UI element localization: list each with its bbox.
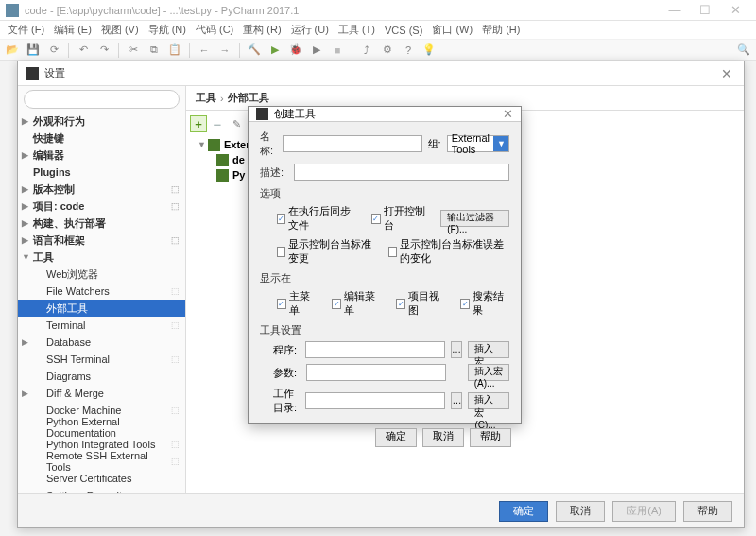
macro-m-button[interactable]: 插入宏(M)...: [468, 341, 509, 358]
menu-item[interactable]: 重构 (R): [239, 23, 284, 37]
settings-search-input[interactable]: [24, 90, 180, 109]
tree-item[interactable]: ▶外观和行为: [18, 112, 185, 130]
create-tool-close-icon[interactable]: ✕: [503, 107, 513, 121]
apply-button[interactable]: 应用(A): [612, 501, 676, 522]
coverage-icon[interactable]: ▶: [308, 42, 325, 59]
workdir-input[interactable]: [305, 392, 445, 409]
open-icon[interactable]: 📂: [4, 42, 21, 59]
desc-input[interactable]: [294, 164, 509, 181]
browse-program-button[interactable]: …: [451, 341, 462, 358]
tree-item[interactable]: Plugins: [18, 164, 185, 181]
chevron-icon: ▶: [22, 337, 28, 347]
tree-item[interactable]: File Watchers⬚: [18, 283, 185, 300]
tree-item[interactable]: Server Certificates: [18, 470, 185, 487]
paste-icon[interactable]: 📋: [166, 42, 183, 59]
tree-item-label: Terminal: [46, 320, 86, 331]
macro-a-button[interactable]: 插入宏(A)...: [468, 364, 509, 381]
tree-item[interactable]: ▶版本控制⬚: [18, 181, 185, 198]
settings-titlebar: 设置 ✕: [18, 61, 744, 86]
tree-item[interactable]: 外部工具: [18, 300, 185, 317]
close-button[interactable]: ✕: [720, 3, 750, 17]
vcs-icon[interactable]: ⤴: [358, 42, 375, 59]
browse-workdir-button[interactable]: …: [451, 392, 462, 409]
stdin-checkbox[interactable]: 显示控制台当标准变更: [277, 237, 373, 266]
redo-icon[interactable]: ↷: [95, 42, 112, 59]
params-input[interactable]: [306, 364, 446, 381]
tree-item[interactable]: Python External Documentation: [18, 419, 185, 436]
tree-item[interactable]: ▶编辑器: [18, 147, 185, 164]
tips-icon[interactable]: 💡: [421, 42, 438, 59]
help-button[interactable]: 帮助: [683, 501, 732, 522]
refresh-icon[interactable]: ⟳: [45, 42, 62, 59]
tree-item[interactable]: ▼工具: [18, 249, 185, 266]
mainmenu-checkbox[interactable]: 主菜单: [277, 289, 317, 318]
ok-button[interactable]: 确定: [499, 501, 548, 522]
tool-help-button[interactable]: 帮助: [470, 428, 511, 447]
program-input[interactable]: [305, 341, 445, 358]
group-combo[interactable]: External Tools ▼: [447, 135, 509, 152]
back-icon[interactable]: ←: [196, 42, 213, 59]
sync-checkbox[interactable]: 在执行后同步文件: [277, 204, 356, 233]
menu-item[interactable]: 帮助 (H): [478, 23, 524, 37]
menu-item[interactable]: 工具 (T): [335, 23, 379, 37]
project-badge-icon: ⬚: [171, 201, 180, 211]
projview-checkbox[interactable]: 项目视图: [396, 289, 445, 318]
settings-close-icon[interactable]: ✕: [717, 66, 736, 81]
tree-item[interactable]: Remote SSH External Tools⬚: [18, 453, 185, 470]
settings-tree[interactable]: ▶外观和行为快捷键▶编辑器Plugins▶版本控制⬚▶项目: code⬚▶构建、…: [18, 112, 185, 493]
tree-item[interactable]: SSH Terminal⬚: [18, 351, 185, 368]
tree-item[interactable]: ▶构建、执行部署: [18, 215, 185, 232]
editmenu-checkbox[interactable]: 编辑菜单: [332, 289, 381, 318]
tree-item[interactable]: ▶Diff & Merge: [18, 385, 185, 402]
stop-icon[interactable]: ■: [329, 42, 346, 59]
menu-item[interactable]: 运行 (U): [287, 23, 333, 37]
tree-item[interactable]: Web浏览器: [18, 266, 185, 283]
tree-item-label: Web浏览器: [46, 268, 98, 282]
main-toolbar: 📂 💾 ⟳ ↶ ↷ ✂ ⧉ 📋 ← → 🔨 ▶ 🐞 ▶ ■ ⤴ ⚙ ? 💡 🔍: [0, 40, 756, 61]
menu-item[interactable]: 导航 (N): [145, 23, 190, 37]
debug-icon[interactable]: 🐞: [287, 42, 304, 59]
tool-cancel-button[interactable]: 取消: [422, 428, 464, 447]
copy-icon[interactable]: ⧉: [146, 42, 163, 59]
chevron-down-icon: ▼: [493, 136, 508, 151]
menu-item[interactable]: 文件 (F): [4, 23, 48, 37]
forward-icon[interactable]: →: [216, 42, 233, 59]
search-checkbox[interactable]: 搜索结果: [460, 289, 509, 318]
tree-item[interactable]: 快捷键: [18, 130, 185, 147]
tree-item-label: 外观和行为: [33, 114, 85, 129]
menu-item[interactable]: 代码 (C): [192, 23, 237, 37]
cut-icon[interactable]: ✂: [125, 42, 142, 59]
output-filter-button[interactable]: 输出过滤器(F)...: [440, 210, 509, 227]
edit-tool-button[interactable]: ✎: [228, 115, 245, 132]
search-icon[interactable]: 🔍: [735, 42, 752, 59]
help-icon[interactable]: ?: [400, 42, 417, 59]
tree-item[interactable]: ▶项目: code⬚: [18, 198, 185, 215]
menu-item[interactable]: VCS (S): [381, 25, 426, 36]
tree-item-label: 项目: code: [33, 199, 84, 214]
console-checkbox[interactable]: 打开控制台: [371, 204, 425, 233]
tree-item[interactable]: Settings Repository: [18, 487, 185, 493]
undo-icon[interactable]: ↶: [75, 42, 92, 59]
tree-item[interactable]: Terminal⬚: [18, 317, 185, 334]
menu-item[interactable]: 编辑 (E): [50, 23, 95, 37]
build-icon[interactable]: 🔨: [246, 42, 263, 59]
tool-ok-button[interactable]: 确定: [375, 428, 417, 447]
tree-item[interactable]: Diagrams: [18, 368, 185, 385]
menu-item[interactable]: 窗口 (W): [428, 23, 476, 37]
add-tool-button[interactable]: +: [190, 115, 207, 132]
project-badge-icon: ⬚: [171, 406, 180, 415]
stderr-checkbox[interactable]: 显示控制台当标准误差的变化: [388, 237, 510, 266]
name-input[interactable]: [283, 135, 422, 152]
macro-c-button[interactable]: 插入宏(C)...: [468, 392, 509, 409]
menu-item[interactable]: 视图 (V): [97, 23, 143, 37]
save-icon[interactable]: 💾: [25, 42, 42, 59]
remove-tool-button[interactable]: −: [209, 115, 226, 132]
cancel-button[interactable]: 取消: [556, 501, 605, 522]
maximize-button[interactable]: ☐: [690, 3, 720, 17]
settings-icon[interactable]: ⚙: [379, 42, 396, 59]
tree-item[interactable]: ▶Database: [18, 334, 185, 351]
tree-item-label: Python Integrated Tools: [46, 439, 155, 450]
run-icon[interactable]: ▶: [266, 42, 284, 59]
minimize-button[interactable]: —: [660, 3, 690, 17]
tree-item[interactable]: ▶语言和框架⬚: [18, 232, 185, 249]
